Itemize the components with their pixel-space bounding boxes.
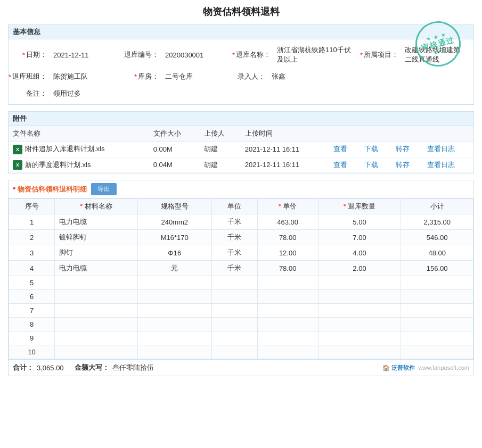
- attach-upload-time: 2021-12-11 16:11: [241, 157, 329, 173]
- row-spec: M16*170: [138, 230, 211, 245]
- attach-view-link[interactable]: 查看: [329, 142, 361, 157]
- row-spec: 元: [138, 261, 211, 276]
- recorder-value: 张鑫: [268, 69, 469, 84]
- row-unit: 千米: [211, 261, 257, 276]
- project-label: *所属项目：: [359, 47, 402, 62]
- col-spec: 规格型号: [138, 199, 211, 214]
- brand-logo: 🏠 泛普软件: [382, 364, 415, 371]
- row-name: 电力电缆: [55, 214, 138, 230]
- attachment-table: 文件名称 文件大小 上传人 上传时间 X附件追加入库退料计划.xls 0.00M…: [9, 126, 473, 173]
- row-unit: [211, 318, 257, 331]
- row-price: 463.00: [257, 214, 318, 230]
- attach-col-uploader: 上传人: [200, 126, 241, 142]
- row-subtotal: [401, 318, 473, 331]
- row-spec: [138, 345, 211, 359]
- row-seq: 3: [9, 245, 55, 261]
- row-price: [257, 345, 318, 359]
- row-name: [55, 276, 138, 290]
- row-unit: [211, 304, 257, 318]
- attach-col-a2: [360, 126, 391, 142]
- row-name: [55, 290, 138, 304]
- attach-log-link[interactable]: 查看日志: [423, 142, 473, 157]
- row-qty: 2.00: [318, 261, 401, 276]
- col-price: * 单价: [257, 199, 318, 214]
- attach-log-link[interactable]: 查看日志: [423, 157, 473, 173]
- excel-icon: X: [13, 145, 22, 154]
- detail-section: * 物资估料领料退料明细 导出 序号 * 材料名称 规格型号 单位 * 单价 *…: [8, 180, 474, 376]
- attach-save-link[interactable]: 转存: [391, 142, 423, 157]
- attachment-row: X附件追加入库退料计划.xls 0.00M 胡建 2021-12-11 16:1…: [9, 142, 473, 157]
- detail-row: 9: [9, 331, 473, 345]
- attach-col-time: 上传时间: [241, 126, 329, 142]
- row-seq: 1: [9, 214, 55, 230]
- row-seq: 10: [9, 345, 55, 359]
- row-name: [55, 304, 138, 318]
- row-spec: [138, 290, 211, 304]
- row-unit: 千米: [211, 214, 257, 230]
- amount-value: 叁仟零陆拾伍: [112, 363, 154, 372]
- row-price: 78.00: [257, 230, 318, 245]
- row-subtotal: 48.00: [401, 245, 473, 261]
- attach-col-a4: [423, 126, 473, 142]
- attach-file-size: 0.00M: [149, 142, 200, 157]
- row-qty: [318, 345, 401, 359]
- row-seq: 2: [9, 230, 55, 245]
- branding: 🏠 泛普软件 www.fanpusoft.com: [165, 364, 469, 372]
- row-subtotal: [401, 276, 473, 290]
- detail-section-header: * 物资估料领料退料明细 导出: [9, 180, 473, 198]
- row-name: [55, 331, 138, 345]
- remark-label: 备注：: [13, 86, 50, 101]
- row-qty: 5.00: [318, 214, 401, 230]
- attach-col-name: 文件名称: [9, 126, 149, 142]
- detail-section-title: * 物资估料领料退料明细: [13, 185, 87, 194]
- row-name: 镀锌脚钉: [55, 230, 138, 245]
- total-label: 合计：: [13, 363, 34, 372]
- detail-row: 1 电力电缆 240mm2 千米 463.00 5.00 2,315.00: [9, 214, 473, 230]
- brand-url: www.fanpusoft.com: [419, 364, 469, 371]
- footer-total: 合计： 3,065.00: [13, 363, 64, 372]
- detail-row: 3 脚钉 Φ16 千米 12.00 4.00 48.00: [9, 245, 473, 261]
- row-price: 12.00: [257, 245, 318, 261]
- row-price: [257, 304, 318, 318]
- row-name: [55, 345, 138, 359]
- col-unit: 单位: [211, 199, 257, 214]
- row-unit: [211, 290, 257, 304]
- row-subtotal: [401, 331, 473, 345]
- detail-footer: 合计： 3,065.00 金额大写： 叁仟零陆拾伍 🏠 泛普软件 www.fan…: [9, 359, 473, 376]
- row-spec: [138, 318, 211, 331]
- attachment-section: 附件 文件名称 文件大小 上传人 上传时间: [8, 111, 474, 173]
- col-name: * 材料名称: [55, 199, 138, 214]
- row-qty: [318, 290, 401, 304]
- attach-uploader: 胡建: [200, 142, 241, 157]
- attach-download-link[interactable]: 下载: [360, 142, 391, 157]
- row-spec: 240mm2: [138, 214, 211, 230]
- row-price: [257, 276, 318, 290]
- date-value: 2021-12-11: [50, 48, 119, 62]
- export-button[interactable]: 导出: [91, 183, 117, 195]
- row-spec: [138, 331, 211, 345]
- date-label: *日期：: [13, 47, 50, 62]
- attach-file-name: X新的季度退料计划.xls: [9, 157, 149, 173]
- row-unit: [211, 345, 257, 359]
- row-seq: 9: [9, 331, 55, 345]
- attach-save-link[interactable]: 转存: [391, 157, 423, 173]
- attach-download-link[interactable]: 下载: [360, 157, 391, 173]
- page-title: 物资估料领料退料: [8, 5, 474, 18]
- amount-label: 金额大写：: [75, 363, 109, 372]
- detail-row: 7: [9, 304, 473, 318]
- approval-stamp: ★ ★ ★ 审核通过 MAis: [415, 21, 463, 69]
- row-price: [257, 290, 318, 304]
- row-unit: 千米: [211, 230, 257, 245]
- row-name: [55, 318, 138, 331]
- attach-view-link[interactable]: 查看: [329, 157, 361, 173]
- row-qty: [318, 304, 401, 318]
- row-spec: [138, 276, 211, 290]
- attach-file-size: 0.04M: [149, 157, 200, 173]
- row-subtotal: 2,315.00: [401, 214, 473, 230]
- row-qty: [318, 331, 401, 345]
- row-qty: [318, 276, 401, 290]
- warehouse-value: 二号仓库: [162, 69, 231, 84]
- col-qty: * 退库数量: [318, 199, 401, 214]
- attach-uploader: 胡建: [200, 157, 241, 173]
- row-qty: 7.00: [318, 230, 401, 245]
